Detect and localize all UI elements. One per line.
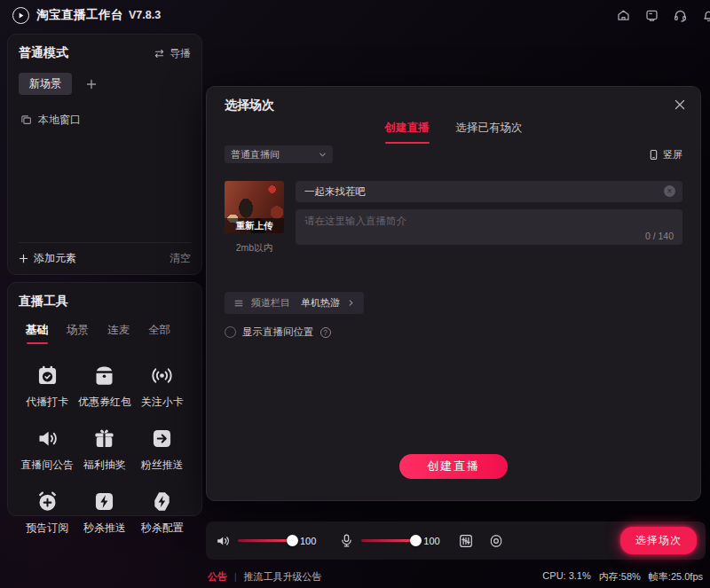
broadcast-icon — [149, 362, 176, 388]
room-type-select[interactable]: 普通直播间 — [225, 145, 333, 163]
layer-label: 本地窗口 — [38, 113, 81, 128]
clear-button[interactable]: 清空 — [170, 251, 191, 266]
divider: | — [234, 572, 237, 582]
swap-icon — [154, 49, 165, 59]
tab-create-live[interactable]: 创建直播 — [385, 121, 430, 144]
cover-image[interactable]: 重新上传 — [225, 181, 284, 233]
orientation-toggle[interactable]: 竖屏 — [649, 148, 682, 161]
speaker-volume-icon[interactable] — [215, 533, 231, 549]
tab-connect[interactable]: 连麦 — [107, 323, 130, 344]
status-bar: 公告 | 推流工具升级公告 CPU: 3.1% 内存:58% 帧率:25.0fp… — [0, 566, 710, 588]
upload-hint: 2mb以内 — [225, 242, 284, 255]
category-label: 频道栏目 — [251, 296, 290, 310]
volume-slider[interactable] — [238, 535, 296, 546]
modal-tabs: 创建直播 选择已有场次 — [207, 121, 700, 144]
mic-slider-handle[interactable] — [410, 535, 422, 546]
fps-stat: 帧率:25.0fps — [649, 570, 703, 584]
create-live-button[interactable]: 创建直播 — [399, 454, 508, 479]
category-selector[interactable]: 频道栏目 单机热游 — [225, 292, 364, 314]
notice-text[interactable]: 推流工具升级公告 — [244, 570, 322, 584]
add-element-button[interactable]: 添加元素 — [19, 251, 76, 266]
app-title: 淘宝直播工作台 — [36, 7, 123, 23]
category-value: 单机热游 — [301, 296, 340, 310]
console-icon[interactable] — [644, 8, 659, 23]
app-logo-icon — [12, 7, 29, 24]
notice-tag: 公告 — [208, 570, 227, 584]
tool-checkin[interactable]: 代播打卡 — [19, 362, 76, 410]
home-icon[interactable] — [616, 8, 631, 23]
show-location-label: 显示直播间位置 — [242, 325, 314, 339]
live-desc-textarea[interactable] — [296, 209, 682, 232]
chevron-down-icon — [319, 151, 327, 159]
live-tools-panel: 直播工具 基础 场景 连麦 全部 代播打卡 优惠券红包 — [7, 282, 202, 516]
header-actions — [616, 0, 710, 30]
mixer-icon[interactable] — [458, 533, 474, 549]
tool-lottery[interactable]: 福利抽奖 — [76, 425, 134, 473]
list-icon — [233, 298, 244, 309]
cpu-stat: CPU: 3.1% — [542, 570, 590, 584]
reupload-button[interactable]: 重新上传 — [225, 218, 284, 233]
headset-icon[interactable] — [673, 8, 688, 23]
tool-announcement[interactable]: 直播间公告 — [19, 425, 76, 473]
close-icon[interactable] — [674, 98, 686, 111]
tool-follow-card[interactable]: 关注小卡 — [133, 362, 191, 410]
title-bar: 淘宝直播工作台 V7.8.3 — [0, 0, 710, 30]
select-session-button[interactable]: 选择场次 — [620, 527, 697, 554]
layer-item-local-window[interactable]: 本地窗口 — [19, 113, 191, 128]
tool-preview-subscribe[interactable]: 预告订阅 — [19, 488, 76, 536]
show-location-radio[interactable] — [225, 326, 236, 338]
tools-grid: 代播打卡 优惠券红包 关注小卡 直播间公告 — [19, 362, 191, 536]
live-title-input[interactable] — [296, 181, 682, 202]
tab-basic[interactable]: 基础 — [26, 323, 48, 344]
bell-icon[interactable] — [701, 8, 710, 23]
tab-all[interactable]: 全部 — [148, 323, 170, 344]
flash-square-icon — [91, 488, 118, 514]
phone-portrait-icon — [649, 149, 659, 161]
tool-flash-push[interactable]: 秒杀推送 — [76, 488, 134, 536]
tool-fan-push[interactable]: 粉丝推送 — [133, 425, 191, 473]
volume-slider-handle[interactable] — [287, 535, 298, 546]
mic-volume-value: 100 — [423, 536, 439, 546]
app-window: 淘宝直播工作台 V7.8.3 普通模式 导播 新场景 — [0, 0, 710, 588]
tab-scene[interactable]: 场景 — [67, 323, 89, 344]
calendar-check-icon — [34, 362, 60, 388]
stream-control-bar: 100 100 选择场次 — [206, 521, 706, 560]
push-arrow-icon — [149, 425, 176, 451]
tool-flash-config[interactable]: 秒杀配置 — [133, 488, 191, 536]
window-icon — [20, 114, 32, 126]
microphone-icon[interactable] — [339, 533, 354, 548]
perf-stats: CPU: 3.1% 内存:58% 帧率:25.0fps — [542, 570, 703, 584]
char-counter: 0 / 140 — [645, 231, 674, 241]
scene-panel-title: 普通模式 — [19, 45, 68, 61]
modal-title: 选择场次 — [225, 98, 274, 114]
memory-stat: 内存:58% — [599, 570, 641, 584]
alarm-plus-icon — [34, 488, 60, 514]
director-mode-button[interactable]: 导播 — [154, 46, 191, 61]
coupon-icon — [91, 362, 118, 388]
plus-icon — [86, 79, 97, 90]
gift-icon — [91, 425, 118, 451]
volume-value: 100 — [300, 536, 316, 546]
select-session-modal: 选择场次 创建直播 选择已有场次 普通直播间 竖屏 — [206, 86, 701, 501]
add-scene-button[interactable] — [86, 79, 97, 90]
settings-gear-icon[interactable] — [488, 533, 504, 549]
tools-panel-title: 直播工具 — [19, 294, 68, 310]
scene-panel: 普通模式 导播 新场景 本地窗口 添加元素 清空 — [7, 34, 202, 275]
flash-gear-icon — [149, 488, 176, 514]
tool-coupon[interactable]: 优惠券红包 — [76, 362, 134, 410]
chevron-right-icon — [347, 299, 355, 307]
plus-icon — [19, 254, 28, 263]
speaker-icon — [34, 425, 60, 451]
help-icon[interactable]: ? — [320, 327, 331, 338]
tab-existing-session[interactable]: 选择已有场次 — [456, 121, 523, 144]
app-version: V7.8.3 — [129, 9, 161, 21]
mic-volume-slider[interactable] — [361, 535, 420, 546]
scene-tab-new[interactable]: 新场景 — [19, 73, 72, 95]
tools-tabs: 基础 场景 连麦 全部 — [19, 323, 191, 344]
clear-input-icon[interactable]: × — [664, 185, 675, 197]
